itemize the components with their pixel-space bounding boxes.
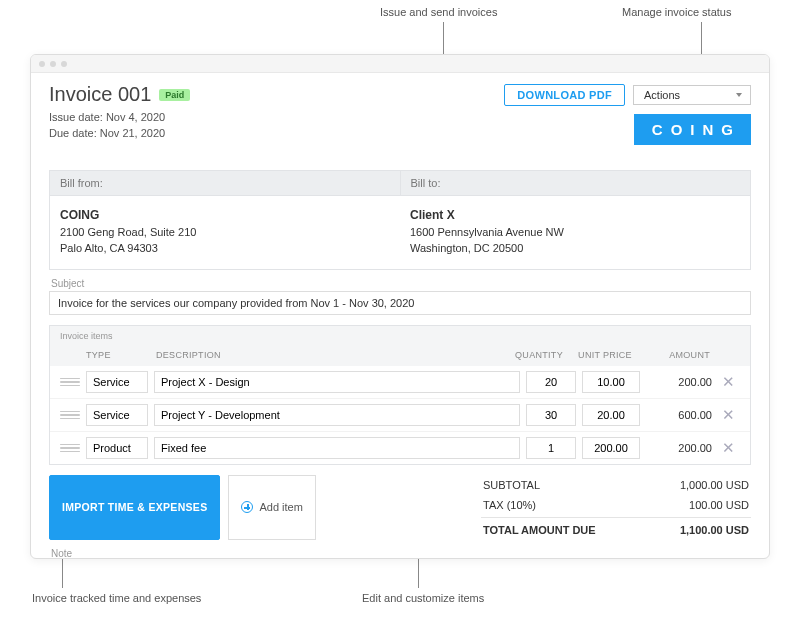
- totals-block: SUBTOTAL1,000.00 USD TAX (10%)100.00 USD…: [481, 475, 751, 540]
- invoice-title: Invoice 001: [49, 83, 151, 106]
- item-price-input[interactable]: [582, 371, 640, 393]
- delete-item-icon[interactable]: ✕: [716, 370, 740, 394]
- item-amount: 600.00: [646, 409, 716, 421]
- item-row: 200.00 ✕: [50, 366, 750, 398]
- col-description: DESCRIPTION: [156, 350, 508, 360]
- drag-handle-icon[interactable]: [60, 407, 80, 423]
- col-unit-price: UNIT PRICE: [570, 350, 640, 360]
- annotation-manage-status: Manage invoice status: [622, 6, 731, 18]
- traffic-light-icon: [39, 61, 45, 67]
- under-items-row: IMPORT TIME & EXPENSES Add item SUBTOTAL…: [49, 475, 751, 540]
- col-quantity: QUANTITY: [508, 350, 570, 360]
- item-amount: 200.00: [646, 376, 716, 388]
- header-row: Invoice 001 Paid DOWNLOAD PDF Actions: [49, 83, 751, 106]
- item-desc-input[interactable]: [154, 371, 520, 393]
- bill-to: Client X 1600 Pennsylvania Avenue NW Was…: [400, 196, 750, 269]
- issue-date-label: Issue date:: [49, 111, 106, 123]
- bill-header: Bill from: Bill to:: [49, 170, 751, 196]
- item-qty-input[interactable]: [526, 371, 576, 393]
- annotation-edit-items: Edit and customize items: [362, 592, 484, 604]
- item-qty-input[interactable]: [526, 437, 576, 459]
- col-amount: AMOUNT: [640, 350, 710, 360]
- chevron-down-icon: [736, 93, 742, 97]
- item-type-input[interactable]: [86, 437, 148, 459]
- traffic-light-icon: [50, 61, 56, 67]
- subject-label: Subject: [51, 278, 751, 289]
- tax-value: 100.00 USD: [689, 499, 749, 511]
- bill-from-label: Bill from:: [50, 171, 400, 195]
- total-due-value: 1,100.00 USD: [680, 524, 749, 536]
- items-header-row: TYPE DESCRIPTION QUANTITY UNIT PRICE AMO…: [50, 346, 750, 366]
- item-desc-input[interactable]: [154, 404, 520, 426]
- item-row: 200.00 ✕: [50, 431, 750, 464]
- bill-from-name: COING: [60, 206, 390, 224]
- item-qty-input[interactable]: [526, 404, 576, 426]
- tax-label: TAX (10%): [483, 499, 536, 511]
- add-item-label: Add item: [259, 501, 302, 513]
- download-pdf-button[interactable]: DOWNLOAD PDF: [504, 84, 625, 106]
- invoice-items-title: Invoice items: [50, 326, 750, 346]
- item-price-input[interactable]: [582, 404, 640, 426]
- annotation-tracked: Invoice tracked time and expenses: [32, 592, 201, 604]
- annotation-issue-send: Issue and send invoices: [380, 6, 497, 18]
- content-area: Invoice 001 Paid DOWNLOAD PDF Actions Is…: [31, 73, 769, 559]
- due-date: Nov 21, 2020: [100, 127, 165, 139]
- actions-label: Actions: [644, 89, 680, 101]
- invoice-items-panel: Invoice items TYPE DESCRIPTION QUANTITY …: [49, 325, 751, 465]
- bill-to-addr2: Washington, DC 20500: [410, 240, 740, 257]
- status-badge: Paid: [159, 89, 190, 101]
- bill-from: COING 2100 Geng Road, Suite 210 Palo Alt…: [50, 196, 400, 269]
- item-amount: 200.00: [646, 442, 716, 454]
- traffic-light-icon: [61, 61, 67, 67]
- actions-dropdown[interactable]: Actions: [633, 85, 751, 105]
- subject-input[interactable]: [49, 291, 751, 315]
- add-item-button[interactable]: Add item: [228, 475, 315, 540]
- plus-circle-icon: [241, 501, 253, 513]
- item-type-input[interactable]: [86, 371, 148, 393]
- bill-to-addr1: 1600 Pennsylvania Avenue NW: [410, 224, 740, 241]
- subtotal-label: SUBTOTAL: [483, 479, 540, 491]
- drag-handle-icon[interactable]: [60, 374, 80, 390]
- item-price-input[interactable]: [582, 437, 640, 459]
- bill-body: COING 2100 Geng Road, Suite 210 Palo Alt…: [49, 196, 751, 270]
- issue-date: Nov 4, 2020: [106, 111, 165, 123]
- item-row: 600.00 ✕: [50, 398, 750, 431]
- import-time-expenses-button[interactable]: IMPORT TIME & EXPENSES: [49, 475, 220, 540]
- col-type: TYPE: [86, 350, 156, 360]
- bill-from-addr1: 2100 Geng Road, Suite 210: [60, 224, 390, 241]
- window-titlebar: [31, 55, 769, 73]
- note-label: Note: [51, 548, 751, 559]
- bill-to-name: Client X: [410, 206, 740, 224]
- brand-logo: COING: [634, 114, 751, 145]
- app-window: Invoice 001 Paid DOWNLOAD PDF Actions Is…: [30, 54, 770, 559]
- drag-handle-icon[interactable]: [60, 440, 80, 456]
- due-date-label: Due date:: [49, 127, 100, 139]
- delete-item-icon[interactable]: ✕: [716, 436, 740, 460]
- item-desc-input[interactable]: [154, 437, 520, 459]
- bill-from-addr2: Palo Alto, CA 94303: [60, 240, 390, 257]
- bill-to-label: Bill to:: [400, 171, 751, 195]
- total-due-label: TOTAL AMOUNT DUE: [483, 524, 596, 536]
- subtotal-value: 1,000.00 USD: [680, 479, 749, 491]
- delete-item-icon[interactable]: ✕: [716, 403, 740, 427]
- item-type-input[interactable]: [86, 404, 148, 426]
